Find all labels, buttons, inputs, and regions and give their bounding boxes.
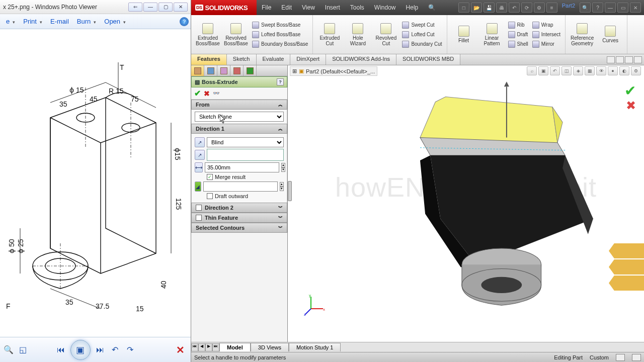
reference-geometry-button[interactable]: Reference Geometry [569, 16, 596, 53]
search-button[interactable]: 🔍 [580, 3, 591, 13]
status-btn-2[interactable] [632, 354, 641, 361]
tab-addins[interactable]: SOLIDWORKS Add-Ins [326, 54, 396, 65]
delete-button[interactable]: ✕ [176, 344, 185, 356]
close-button[interactable]: ✕ [174, 3, 188, 12]
draft-angle-input[interactable] [203, 182, 278, 192]
extruded-cut-button[interactable]: Extruded Cut [316, 16, 343, 53]
end-condition-select[interactable]: Blind [207, 137, 284, 147]
prev-image-button[interactable]: ⏮ [55, 344, 66, 355]
swept-boss-button[interactable]: Swept Boss/Base [251, 21, 309, 29]
btab-next[interactable]: ▶ [205, 343, 212, 351]
pm-help-button[interactable]: ? [277, 78, 284, 85]
sw-close-button[interactable]: ✕ [630, 3, 641, 13]
rib-button[interactable]: Rib [507, 21, 530, 29]
doc-minimize[interactable] [625, 56, 633, 63]
file-menu[interactable]: e [2, 16, 19, 27]
depth-spinner[interactable]: ▲▼ [281, 163, 285, 172]
graphics-viewport[interactable]: ⊞ ▣ Part2 (Default<<Default>_... ⌕ ▣ ↶ ◫… [288, 65, 644, 342]
tab-dimxpert[interactable]: DimXpert [290, 54, 326, 65]
help-button[interactable]: ? [180, 17, 189, 26]
boundary-boss-button[interactable]: Boundary Boss/Base [251, 40, 309, 48]
mirror-button[interactable]: Mirror [531, 40, 562, 48]
rebuild-button[interactable]: ⟳ [521, 3, 532, 13]
layout-button-1[interactable] [607, 56, 615, 63]
rotate-cw-button[interactable]: ↷ [125, 344, 136, 355]
swept-cut-button[interactable]: Swept Cut [400, 21, 443, 29]
sw-minimize-button[interactable]: — [605, 3, 616, 13]
print-menu[interactable]: Print [19, 16, 46, 27]
slideshow-button[interactable]: ▣ [70, 340, 91, 360]
lofted-cut-button[interactable]: Lofted Cut [400, 31, 443, 39]
settings-button[interactable]: ≡ [546, 3, 557, 13]
menu-view[interactable]: View [297, 4, 320, 11]
from-section-header[interactable]: From︽ [191, 100, 287, 110]
orientation-triad[interactable]: x y z [304, 295, 325, 316]
maximize-button[interactable]: ▢ [158, 3, 173, 12]
boundary-cut-button[interactable]: Boundary Cut [400, 40, 443, 48]
open-menu[interactable]: Open [100, 16, 130, 27]
open-button[interactable]: 📂 [471, 3, 482, 13]
revolved-cut-button[interactable]: Revolved Cut [372, 16, 399, 53]
thin-feature-header[interactable]: Thin Feature︾ [191, 213, 287, 223]
btab-last[interactable]: ⏭ [212, 343, 219, 351]
direction-vector-button[interactable]: ↗ [195, 150, 205, 160]
extruded-boss-button[interactable]: Extruded Boss/Base [194, 16, 221, 53]
wrap-button[interactable]: Wrap [531, 21, 562, 29]
draft-spinner[interactable]: ▲▼ [280, 182, 284, 191]
draft-button-icon[interactable]: ◢ [195, 182, 201, 192]
btab-prev[interactable]: ◀ [198, 343, 205, 351]
config-tab[interactable] [217, 65, 230, 76]
direction2-header[interactable]: Direction 2︾ [191, 203, 287, 213]
curves-button[interactable]: Curves [597, 16, 624, 53]
save-button[interactable]: 💾 [484, 3, 495, 13]
hole-wizard-button[interactable]: Hole Wizard [344, 16, 371, 53]
tab-features[interactable]: Features [191, 54, 227, 65]
tab-sketch[interactable]: Sketch [227, 54, 257, 65]
rotate-ccw-button[interactable]: ↶ [110, 344, 121, 355]
reverse-direction-button[interactable]: ↗ [195, 137, 205, 147]
tab-evaluate[interactable]: Evaluate [257, 54, 291, 65]
fillet-button[interactable]: Fillet [450, 16, 477, 53]
menu-tools[interactable]: Tools [345, 4, 369, 11]
direction-selection-box[interactable] [207, 149, 284, 161]
display-tab[interactable] [244, 65, 257, 76]
motion-study-tab[interactable]: Motion Study 1 [289, 343, 341, 351]
status-btn-1[interactable] [616, 354, 625, 361]
fit-icon[interactable]: ◱ [17, 344, 28, 355]
menu-file[interactable]: File [257, 4, 276, 11]
status-units[interactable]: Custom [590, 354, 609, 360]
btab-first[interactable]: ⏮ [191, 343, 198, 351]
model-tab[interactable]: Model [219, 343, 251, 351]
from-select[interactable]: Sketch Plane [195, 112, 284, 122]
draft-button[interactable]: Draft [507, 31, 530, 39]
intersect-button[interactable]: Intersect [531, 31, 562, 39]
print-button[interactable]: 🖶 [496, 3, 507, 13]
tab-mbd[interactable]: SOLIDWORKS MBD [396, 54, 460, 65]
linear-pattern-button[interactable]: Linear Pattern [478, 16, 506, 53]
3dviews-tab[interactable]: 3D Views [251, 343, 289, 351]
detailed-preview-button[interactable]: 👓 [213, 90, 221, 97]
lofted-boss-button[interactable]: Lofted Boss/Base [251, 31, 309, 39]
cancel-button[interactable]: ✖ [204, 89, 210, 98]
revolved-boss-button[interactable]: Revolved Boss/Base [222, 16, 250, 53]
selected-contours-header[interactable]: Selected Contours︾ [191, 223, 287, 233]
draft-outward-checkbox[interactable]: Draft outward [207, 193, 284, 199]
photo-canvas[interactable]: T ϕ 15 R 15 35 45 75 ϕ15 125 ϕ 50 ϕ 25 3… [0, 29, 191, 337]
merge-result-checkbox[interactable]: ✓Merge result [207, 174, 284, 180]
dim-tab[interactable] [230, 65, 244, 76]
menu-help[interactable]: Help [401, 4, 424, 11]
doc-close[interactable] [634, 56, 642, 63]
minimize-button[interactable]: — [143, 3, 157, 12]
sw-help-button[interactable]: ? [592, 3, 603, 13]
undo-button[interactable]: ↶ [509, 3, 520, 13]
panel-resize-handle[interactable] [288, 181, 292, 201]
menu-edit[interactable]: Edit [276, 4, 297, 11]
property-tab[interactable] [204, 65, 217, 76]
depth-input[interactable] [205, 162, 279, 172]
new-button[interactable]: □ [458, 3, 469, 13]
burn-menu[interactable]: Burn [73, 16, 100, 27]
direction1-header[interactable]: Direction 1︽ [191, 124, 287, 134]
layout-button-2[interactable] [616, 56, 624, 63]
menu-insert[interactable]: Insert [320, 4, 345, 11]
wpv-prev-window-button[interactable]: ⇐ [128, 3, 142, 12]
